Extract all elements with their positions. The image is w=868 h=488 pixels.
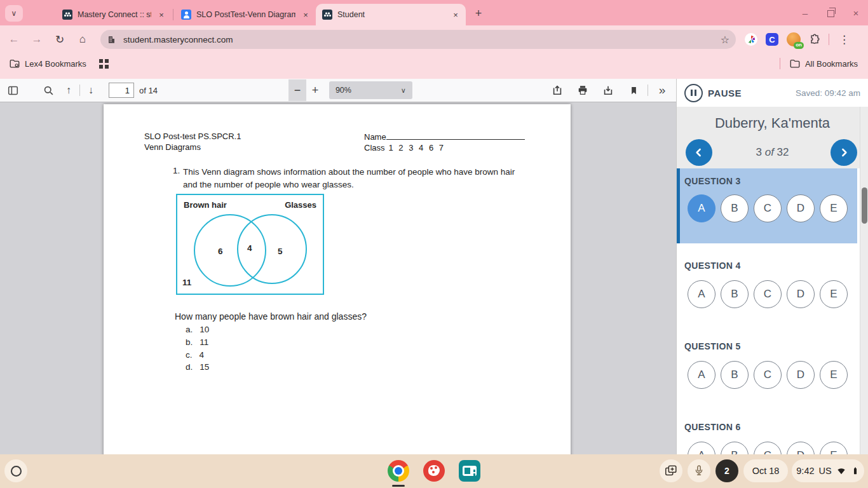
reload-button[interactable]: ↻ (51, 30, 69, 48)
tab-strip: ∨ Mastery Connect :: student_po × SLO Po… (0, 0, 868, 25)
pdf-open-file-button[interactable] (548, 81, 566, 99)
masteryconnect-favicon-icon (322, 10, 332, 20)
close-window-button[interactable]: × (850, 7, 862, 18)
pdf-search-button[interactable] (39, 81, 57, 99)
close-icon[interactable]: × (451, 10, 461, 20)
status-tray[interactable]: 9:42 US (792, 459, 864, 482)
bubble-b[interactable]: B (721, 442, 749, 454)
bubble-d[interactable]: D (787, 442, 815, 454)
chrome-icon (388, 460, 409, 482)
download-button[interactable] (599, 81, 617, 99)
bubble-e[interactable]: E (820, 280, 848, 308)
locale-label: US (819, 466, 832, 476)
battery-icon (851, 466, 860, 476)
bubble-e[interactable]: E (820, 442, 848, 454)
venn-outside-value: 11 (182, 278, 191, 287)
question-prompt: How many people have brown hair and glas… (175, 311, 367, 322)
answer-sidebar: PAUSE Saved: 09:42 am Duberry, Ka'menta … (676, 79, 868, 454)
tab-mastery-connect[interactable]: Mastery Connect :: student_po × (56, 4, 172, 25)
page-number-input[interactable] (109, 83, 134, 98)
date-pill[interactable]: Oct 18 (743, 459, 788, 482)
bubble-c[interactable]: C (754, 442, 782, 454)
teal-app-button[interactable] (459, 460, 480, 482)
close-icon[interactable]: × (301, 10, 311, 20)
c-extension-icon[interactable]: C (766, 33, 778, 46)
more-tools-button[interactable]: » (653, 81, 671, 99)
restore-button[interactable] (825, 7, 836, 18)
new-tab-button[interactable]: + (470, 4, 487, 22)
extensions-puzzle-icon[interactable] (809, 34, 820, 45)
notification-counter[interactable]: 2 (715, 459, 738, 482)
chrome-app-button[interactable] (388, 460, 409, 482)
bubble-e[interactable]: E (820, 361, 848, 389)
browser-menu-button[interactable]: ⋮ (837, 33, 851, 46)
window-controls: – × (799, 0, 862, 25)
question-3-block: QUESTION 3 A B C D E (677, 168, 857, 243)
tab-slo-posttest[interactable]: SLO PostTest-Venn Diagrams × (175, 4, 316, 25)
bubble-c[interactable]: C (754, 194, 782, 222)
answer-bubbles: A B C D E (688, 361, 848, 389)
question-5-block: QUESTION 5 A B C D E (677, 330, 857, 410)
microphone-button[interactable] (688, 459, 710, 482)
choice-c: c.4 (186, 350, 204, 360)
bubble-c[interactable]: C (754, 280, 782, 308)
question-text: This Venn diagram shows information abou… (183, 166, 519, 191)
avatar-on-extension-icon[interactable]: on (787, 32, 801, 46)
bookmark-ribbon-button[interactable] (625, 81, 642, 99)
sidebar-scrollbar-thumb[interactable] (862, 187, 867, 224)
chevron-down-icon: ∨ (401, 86, 406, 95)
bookmark-label: Lex4 Bookmarks (25, 59, 86, 69)
zoom-level-select[interactable]: 90% ∨ (329, 81, 412, 99)
bookmark-lex4-folder[interactable]: Lex4 Bookmarks (9, 58, 86, 69)
bubble-b[interactable]: B (721, 194, 749, 222)
zoom-in-button[interactable]: + (306, 79, 324, 101)
next-student-button[interactable] (831, 139, 857, 166)
bubble-a[interactable]: A (688, 280, 715, 308)
back-button[interactable]: ← (5, 30, 23, 48)
pdf-viewer[interactable]: SLO Post-test PS.SPCR.1 Venn Diagrams Na… (0, 102, 676, 454)
pause-button[interactable]: PAUSE (708, 88, 742, 98)
bubble-a[interactable]: A (688, 361, 715, 389)
bubble-d[interactable]: D (787, 361, 815, 389)
screen-capture-button[interactable] (660, 459, 682, 482)
site-building-icon[interactable] (104, 32, 118, 46)
minimize-button[interactable]: – (799, 7, 811, 18)
fan-logo-extension-icon[interactable] (745, 33, 757, 46)
document-header-left: SLO Post-test PS.SPCR.1 Venn Diagrams (144, 131, 241, 152)
address-bar[interactable]: student.masteryconnect.com ☆ (100, 30, 736, 49)
all-bookmarks-button[interactable]: All Bookmarks (789, 58, 858, 69)
tab-student[interactable]: Student × (316, 4, 466, 25)
bookmark-star-icon[interactable]: ☆ (721, 34, 729, 46)
print-button[interactable] (574, 81, 592, 99)
answer-bubbles: A B C D E (688, 194, 848, 222)
forward-button[interactable]: → (28, 30, 46, 48)
bubble-c[interactable]: C (754, 361, 782, 389)
bubble-b[interactable]: B (721, 280, 749, 308)
bubble-d[interactable]: D (787, 280, 815, 308)
tab-separator (173, 9, 173, 20)
bubble-d[interactable]: D (787, 194, 815, 222)
zoom-out-button[interactable]: − (288, 79, 306, 101)
bookmarks-grid-icon[interactable] (99, 59, 103, 63)
student-block: Duberry, Ka'menta 3 of 32 (677, 107, 868, 168)
bubble-a[interactable]: A (688, 194, 715, 222)
tab-title: Student (337, 10, 445, 19)
sidebar-scrollbar-track[interactable] (860, 107, 868, 454)
venn-left-only-value: 6 (218, 247, 223, 256)
venn-right-set-label: Glasses (285, 200, 316, 210)
pdf-page-down-button[interactable]: ↓ (82, 81, 100, 99)
pdf-page-up-button[interactable]: ↑ (60, 81, 78, 99)
bubble-b[interactable]: B (721, 361, 749, 389)
bubble-e[interactable]: E (820, 194, 848, 222)
bubble-a[interactable]: A (688, 442, 715, 454)
canvas-app-button[interactable] (423, 460, 445, 482)
close-icon[interactable]: × (156, 10, 166, 20)
launcher-button[interactable] (4, 459, 27, 482)
extensions-row: C on ⋮ (745, 32, 851, 46)
tab-search-button[interactable]: ∨ (5, 5, 23, 22)
home-button[interactable]: ⌂ (74, 30, 92, 48)
bookmarks-separator (780, 58, 780, 69)
shelf: 2 Oct 18 9:42 US (0, 454, 868, 488)
pdf-sidebar-toggle-button[interactable] (4, 81, 22, 99)
teal-app-icon (459, 460, 480, 482)
